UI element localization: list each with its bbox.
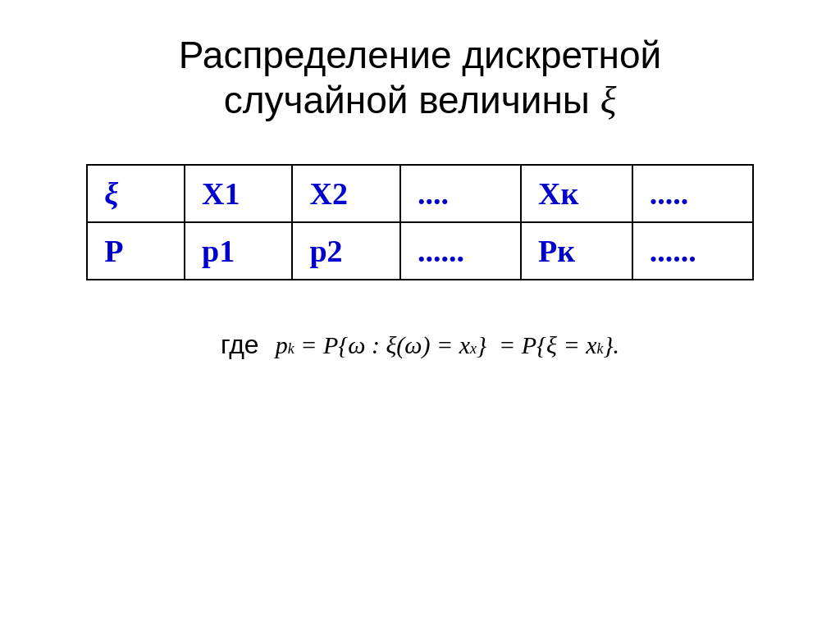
cell-r2c2: p1 bbox=[185, 222, 292, 280]
table-row-prob: P p1 p2 ...... Рк ...... bbox=[87, 222, 753, 280]
title-line1: Распределение дискретной bbox=[179, 33, 662, 78]
cell-r1c1: ξ bbox=[87, 165, 185, 222]
formula-section: где pk = P{ω : ξ(ω) = xx} = P{ξ = xk}. bbox=[49, 330, 791, 360]
cell-r2c6: ...... bbox=[632, 222, 753, 280]
title-line2: случайной величины ξ bbox=[179, 78, 662, 123]
cell-r1c5: Xк bbox=[521, 165, 632, 222]
cell-r1c6: ..... bbox=[632, 165, 753, 222]
cell-r2c1: P bbox=[87, 222, 185, 280]
formula-expression: pk = P{ω : ξ(ω) = xx} = P{ξ = xk}. bbox=[276, 331, 619, 359]
formula-label: где bbox=[221, 330, 259, 360]
cell-r1c3: X2 bbox=[292, 165, 399, 222]
slide-title: Распределение дискретной случайной велич… bbox=[179, 33, 662, 123]
cell-r2c3: p2 bbox=[292, 222, 399, 280]
title-xi-symbol: ξ bbox=[600, 80, 617, 121]
cell-r2c4: ...... bbox=[400, 222, 521, 280]
cell-r2c5: Рк bbox=[521, 222, 632, 280]
table-row-header: ξ X1 X2 .... Xк ..... bbox=[87, 165, 753, 222]
cell-r1c2: X1 bbox=[185, 165, 292, 222]
cell-r1c4: .... bbox=[400, 165, 521, 222]
table: ξ X1 X2 .... Xк ..... P p1 p2 ...... Рк … bbox=[86, 164, 754, 280]
distribution-table: ξ X1 X2 .... Xк ..... P p1 p2 ...... Рк … bbox=[49, 164, 791, 280]
